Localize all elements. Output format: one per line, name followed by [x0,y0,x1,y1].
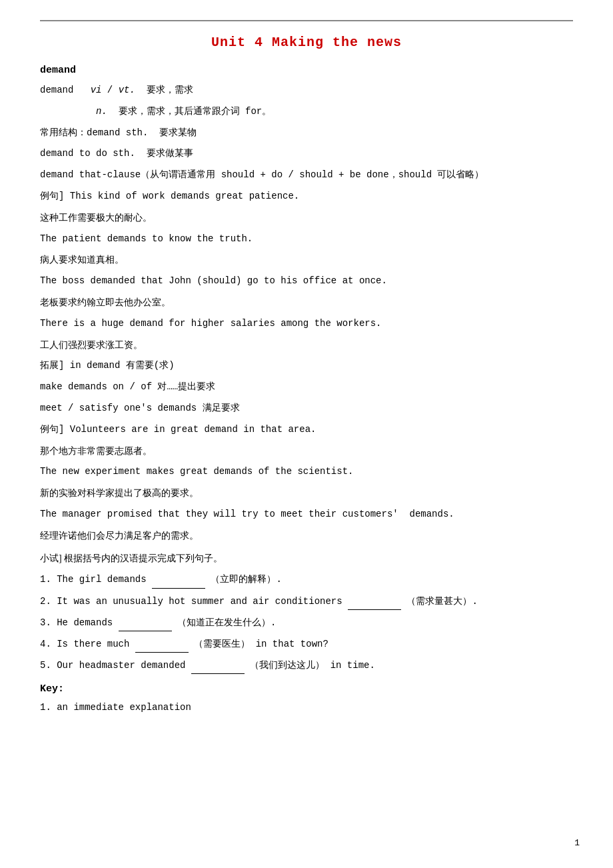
blank-3 [119,631,172,631]
content-blocks: demand vi / vt. 要求，需求 n. 要求，需求，其后通常跟介词 f… [40,83,573,544]
block-meet-demands: meet / satisfy one's demands 满足要求 [40,401,573,417]
exercise-3: 3. He demands （知道正在发生什么）. [40,615,573,631]
key-heading: Key: [40,683,573,695]
block-make-demands: make demands on / of 对……提出要求 [40,379,573,395]
block-example3-zh: 老板要求约翰立即去他办公室。 [40,295,573,311]
block-example5-zh: 那个地方非常需要志愿者。 [40,443,573,459]
block-demand-that: demand that-clause（从句谓语通常用 should + do /… [40,167,573,183]
block-common-structure: 常用结构：demand sth. 要求某物 [40,125,573,141]
top-border [40,20,573,21]
exercises-container: 1. The girl demands （立即的解释）. 2. It was a… [40,571,573,674]
page-title: Unit 4 Making the news [40,35,573,50]
blank-5 [191,673,245,674]
page-number: 1 [574,838,580,848]
key-answer-1: 1. an immediate explanation [40,700,573,716]
exercise-2: 2. It was an unusually hot summer and ai… [40,593,573,610]
block-in-demand: 拓展] in demand 有需要(求) [40,358,573,374]
section-heading: demand [40,65,573,76]
block-example4-zh: 工人们强烈要求涨工资。 [40,337,573,353]
blank-1 [152,588,205,589]
block-example6-zh: 新的实验对科学家提出了极高的要求。 [40,485,573,501]
block-example1-zh: 这种工作需要极大的耐心。 [40,210,573,226]
block-example6-en: The new experiment makes great demands o… [40,464,573,480]
exercise-5: 5. Our headmaster demanded （我们到达这儿） in t… [40,657,573,674]
block-demand-noun: n. 要求，需求，其后通常跟介词 for。 [40,104,573,120]
blank-2 [348,609,401,610]
block-example2-zh: 病人要求知道真相。 [40,252,573,268]
block-example2-en: The patient demands to know the truth. [40,231,573,247]
exercise-4: 4. Is there much （需要医生） in that town? [40,636,573,653]
block-example7-zh: 经理许诺他们会尽力满足客户的需求。 [40,528,573,544]
blank-4 [135,652,189,653]
exercise-intro: 小试] 根据括号内的汉语提示完成下列句子。 [40,551,573,567]
block-example4-en: There is a huge demand for higher salari… [40,316,573,332]
block-example3-en: The boss demanded that John (should) go … [40,273,573,289]
exercise-1: 1. The girl demands （立即的解释）. [40,571,573,588]
block-example5-en: 例句] Volunteers are in great demand in th… [40,422,573,438]
block-example1-en: 例句] This kind of work demands great pati… [40,189,573,205]
block-example7-en: The manager promised that they will try … [40,507,573,523]
block-demand-to-do: demand to do sth. 要求做某事 [40,146,573,162]
block-demand-verb: demand vi / vt. 要求，需求 [40,83,573,99]
